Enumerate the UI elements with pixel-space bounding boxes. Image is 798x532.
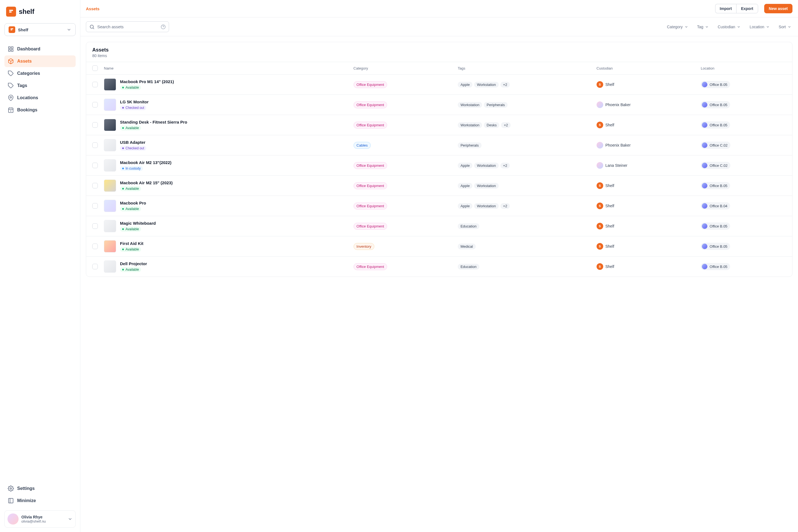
table-row[interactable]: Macbook Pro M1 14" (2021) Available Offi… [86, 75, 792, 95]
location-pill: Office B.05 [701, 81, 730, 88]
tag-pill: Workstation [474, 203, 498, 209]
help-icon[interactable] [161, 24, 166, 30]
chevron-down-icon [766, 25, 770, 29]
sidebar-item-settings[interactable]: Settings [4, 483, 76, 494]
asset-thumbnail [104, 240, 116, 252]
main-nav: DashboardAssetsCategoriesTagsLocationsBo… [4, 43, 76, 116]
card-count: 80 items [92, 54, 786, 58]
table-row[interactable]: LG 5K Monitor Checked out Office Equipme… [86, 95, 792, 115]
sidebar-item-locations[interactable]: Locations [4, 92, 76, 103]
asset-thumbnail [104, 220, 116, 232]
sidebar-item-dashboard[interactable]: Dashboard [4, 43, 76, 55]
location-avatar [702, 142, 707, 148]
bookings-icon [8, 107, 14, 113]
filter-label: Sort [779, 25, 786, 29]
category-pill: Office Equipment [354, 81, 387, 88]
filter-location[interactable]: Location [748, 23, 771, 31]
location-pill: Office B.05 [701, 263, 730, 270]
custodian-avatar: S [596, 81, 603, 88]
table-row[interactable]: Macbook Air M2 15" (2023) Available Offi… [86, 176, 792, 196]
user-menu[interactable]: Olivia Rhye olivia@shelf.nu [4, 510, 76, 528]
location-avatar [702, 183, 707, 188]
asset-name: Macbook Air M2 15" (2023) [120, 180, 173, 185]
location-avatar [702, 82, 707, 87]
new-asset-button[interactable]: New asset [764, 4, 793, 13]
brand-name: shelf [19, 8, 34, 16]
sidebar-item-bookings[interactable]: Bookings [4, 104, 76, 116]
category-pill: Office Equipment [354, 263, 387, 270]
chevron-down-icon [737, 25, 741, 29]
svg-rect-0 [9, 10, 13, 11]
sidebar-item-tags[interactable]: Tags [4, 80, 76, 92]
location-avatar [702, 102, 707, 108]
row-checkbox[interactable] [92, 102, 98, 108]
category-pill: Inventory [354, 243, 374, 250]
col-category: Category [347, 62, 452, 75]
row-checkbox[interactable] [92, 142, 98, 148]
custodian-name: Lana Steiner [605, 163, 627, 168]
search-input[interactable] [86, 21, 169, 32]
svg-rect-6 [8, 50, 10, 51]
location-name: Office B.05 [709, 103, 727, 107]
location-pill: Office B.04 [701, 202, 730, 209]
search-icon [89, 24, 95, 30]
settings-icon [8, 486, 14, 492]
row-checkbox[interactable] [92, 244, 98, 249]
asset-thumbnail [104, 261, 116, 273]
table-row[interactable]: Standing Desk - Fitnest Sierra Pro Avail… [86, 115, 792, 135]
table-row[interactable]: Macbook Air M2 13"(2022) In custody Offi… [86, 155, 792, 176]
chevron-down-icon [787, 25, 791, 29]
category-pill: Office Equipment [354, 101, 387, 108]
row-checkbox[interactable] [92, 223, 98, 229]
table-row[interactable]: Magic Whiteboard Available Office Equipm… [86, 216, 792, 236]
table-row[interactable]: Dell Projector Available Office Equipmen… [86, 256, 792, 277]
asset-name: LG 5K Monitor [120, 99, 149, 104]
row-checkbox[interactable] [92, 264, 98, 269]
sidebar-item-categories[interactable]: Categories [4, 68, 76, 79]
row-checkbox[interactable] [92, 122, 98, 128]
org-switcher[interactable]: Shelf [4, 23, 76, 36]
sidebar-item-label: Dashboard [17, 46, 40, 52]
export-button[interactable]: Export [736, 4, 758, 13]
location-name: Office C.02 [709, 143, 728, 147]
tag-pill: Peripherals [458, 142, 481, 148]
row-checkbox[interactable] [92, 163, 98, 168]
row-checkbox[interactable] [92, 82, 98, 87]
sidebar-item-assets[interactable]: Assets [4, 55, 76, 67]
asset-name: Magic Whiteboard [120, 221, 156, 226]
table-row[interactable]: USB Adapter Checked out Cables Periphera… [86, 135, 792, 155]
location-pill: Office B.05 [701, 223, 730, 230]
tag-more: +2 [500, 163, 510, 169]
custodian-name: Shelf [605, 82, 614, 87]
filter-category[interactable]: Category [666, 23, 689, 31]
asset-name: Macbook Pro M1 14" (2021) [120, 79, 174, 84]
filter-custodian[interactable]: Custodian [717, 23, 742, 31]
asset-thumbnail [104, 139, 116, 151]
assets-table: Name Category Tags Custodian Location Ma… [86, 62, 792, 277]
category-pill: Office Equipment [354, 203, 387, 209]
sidebar-item-minimize[interactable]: Minimize [4, 495, 76, 507]
select-all-checkbox[interactable] [92, 65, 98, 71]
table-row[interactable]: Macbook Pro Available Office Equipment A… [86, 196, 792, 216]
filter-sort[interactable]: Sort [778, 23, 793, 31]
tag-pill: Peripherals [484, 102, 508, 108]
col-location: Location [695, 62, 792, 75]
row-checkbox[interactable] [92, 203, 98, 209]
svg-rect-4 [8, 47, 10, 49]
filter-label: Category [667, 25, 683, 29]
custodian-name: Phoenix Baker [605, 143, 631, 147]
asset-thumbnail [104, 99, 116, 111]
category-pill: Office Equipment [354, 162, 387, 169]
asset-name: Macbook Pro [120, 201, 146, 205]
tag-pill: Apple [458, 82, 472, 88]
user-name: Olivia Rhye [21, 515, 65, 519]
tag-pill: Medical [458, 244, 476, 249]
table-row[interactable]: First Aid Kit Available Inventory Medica… [86, 236, 792, 256]
row-checkbox[interactable] [92, 183, 98, 188]
import-button[interactable]: Import [715, 4, 737, 13]
status-badge: Available [120, 85, 141, 90]
custodian-name: Shelf [605, 184, 614, 188]
location-pill: Office B.05 [701, 121, 730, 129]
filter-tag[interactable]: Tag [696, 23, 710, 31]
svg-rect-19 [8, 498, 13, 503]
